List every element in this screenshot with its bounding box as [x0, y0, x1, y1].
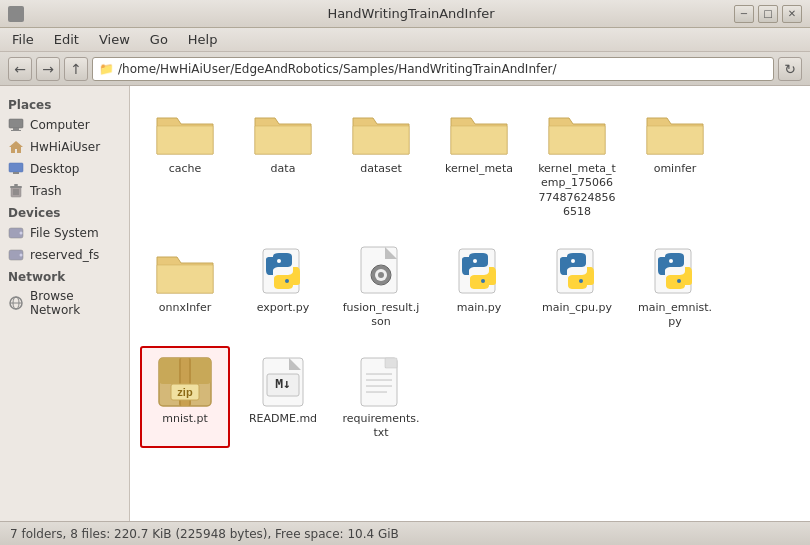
computer-icon [8, 117, 24, 133]
file-name-requirements-txt: requirements.txt [342, 412, 420, 441]
reload-button[interactable]: ↻ [778, 57, 802, 81]
menu-go[interactable]: Go [146, 31, 172, 48]
folder-icon-cache [153, 104, 217, 160]
svg-rect-4 [9, 163, 23, 172]
file-item-main-emnist-py[interactable]: main_emnist.py [630, 235, 720, 338]
zip-icon-mnist: zip [153, 354, 217, 410]
file-item-export-py[interactable]: export.py [238, 235, 328, 338]
menubar: File Edit View Go Help [0, 28, 810, 52]
maximize-button[interactable]: □ [758, 5, 778, 23]
file-name-cache: cache [169, 162, 202, 176]
trash-label: Trash [30, 184, 62, 198]
file-name-data: data [271, 162, 296, 176]
filesystem-icon [8, 225, 24, 241]
forward-button[interactable]: → [36, 57, 60, 81]
network-label: Browse Network [30, 289, 121, 317]
svg-point-35 [579, 279, 583, 283]
svg-point-32 [481, 279, 485, 283]
svg-rect-29 [387, 274, 391, 276]
svg-point-37 [669, 259, 673, 263]
app-icon [8, 6, 24, 22]
devices-section-title: Devices [0, 202, 129, 222]
minimize-button[interactable]: − [734, 5, 754, 23]
svg-point-34 [571, 259, 575, 263]
status-text: 7 folders, 8 files: 220.7 KiB (225948 by… [10, 527, 399, 541]
txt-icon-requirements [349, 354, 413, 410]
sidebar-item-filesystem[interactable]: File System [0, 222, 129, 244]
svg-text:M↓: M↓ [275, 376, 291, 391]
svg-point-15 [20, 254, 23, 257]
folder-icon-ominfer [643, 104, 707, 160]
file-item-dataset[interactable]: dataset [336, 96, 426, 227]
sidebar-item-desktop[interactable]: Desktop [0, 158, 129, 180]
file-item-data[interactable]: data [238, 96, 328, 227]
file-item-onnxinfer[interactable]: onnxInfer [140, 235, 230, 338]
address-icon: 📁 [99, 62, 114, 76]
file-name-kernel-meta: kernel_meta [445, 162, 513, 176]
svg-point-20 [277, 259, 281, 263]
file-area: cache data dataset kernel_meta [130, 86, 810, 521]
file-name-export-py: export.py [257, 301, 310, 315]
svg-rect-5 [13, 172, 19, 174]
folder-icon-data [251, 104, 315, 160]
trash-icon [8, 183, 24, 199]
svg-rect-7 [10, 186, 22, 188]
file-item-readme-md[interactable]: M↓ README.md [238, 346, 328, 449]
svg-rect-28 [371, 274, 375, 276]
svg-rect-26 [380, 265, 382, 269]
svg-point-25 [378, 272, 384, 278]
sidebar-item-network[interactable]: Browse Network [0, 286, 129, 320]
svg-rect-49 [385, 358, 397, 368]
file-item-kernel-meta[interactable]: kernel_meta [434, 96, 524, 227]
close-button[interactable]: ✕ [782, 5, 802, 23]
desktop-label: Desktop [30, 162, 80, 176]
python-icon-export [251, 243, 315, 299]
main-area: Places Computer HwHiAiUser Desktop Trash [0, 86, 810, 521]
svg-marker-3 [9, 141, 23, 153]
back-button[interactable]: ← [8, 57, 32, 81]
file-name-readme-md: README.md [249, 412, 317, 426]
menu-help[interactable]: Help [184, 31, 222, 48]
filesystem-label: File System [30, 226, 99, 240]
sidebar-item-computer[interactable]: Computer [0, 114, 129, 136]
toolbar: ← → ↑ 📁 /home/HwHiAiUser/EdgeAndRobotics… [0, 52, 810, 86]
file-item-main-cpu-py[interactable]: main_cpu.py [532, 235, 622, 338]
home-icon [8, 139, 24, 155]
address-bar[interactable]: 📁 /home/HwHiAiUser/EdgeAndRobotics/Sampl… [92, 57, 774, 81]
file-item-fusion-json[interactable]: fusion_result.json [336, 235, 426, 338]
file-name-kernel-meta-temp: kernel_meta_temp_17506677487624856 6518 [538, 162, 616, 219]
statusbar: 7 folders, 8 files: 220.7 KiB (225948 by… [0, 521, 810, 545]
file-item-requirements-txt[interactable]: requirements.txt [336, 346, 426, 449]
window-controls[interactable]: − □ ✕ [734, 5, 802, 23]
file-item-main-py[interactable]: main.py [434, 235, 524, 338]
file-name-mnist-pt: mnist.pt [162, 412, 208, 426]
file-item-cache[interactable]: cache [140, 96, 230, 227]
sidebar-item-home[interactable]: HwHiAiUser [0, 136, 129, 158]
folder-icon-kernel-meta [447, 104, 511, 160]
places-section-title: Places [0, 94, 129, 114]
menu-edit[interactable]: Edit [50, 31, 83, 48]
folder-icon-dataset [349, 104, 413, 160]
file-item-mnist-pt[interactable]: zip mnist.pt [140, 346, 230, 449]
up-button[interactable]: ↑ [64, 57, 88, 81]
menu-file[interactable]: File [8, 31, 38, 48]
file-name-onnxinfer: onnxInfer [159, 301, 212, 315]
reserved-icon [8, 247, 24, 263]
svg-rect-27 [380, 281, 382, 285]
svg-point-21 [285, 279, 289, 283]
network-section-title: Network [0, 266, 129, 286]
file-name-dataset: dataset [360, 162, 402, 176]
file-item-ominfer[interactable]: ominfer [630, 96, 720, 227]
svg-text:zip: zip [177, 386, 193, 398]
folder-icon-onnxinfer [153, 243, 217, 299]
svg-rect-2 [11, 130, 21, 131]
computer-label: Computer [30, 118, 90, 132]
folder-icon-kernel-meta-temp [545, 104, 609, 160]
svg-rect-8 [14, 184, 18, 186]
sidebar-item-reserved[interactable]: reserved_fs [0, 244, 129, 266]
file-name-main-cpu-py: main_cpu.py [542, 301, 612, 315]
menu-view[interactable]: View [95, 31, 134, 48]
file-item-kernel-meta-temp[interactable]: kernel_meta_temp_17506677487624856 6518 [532, 96, 622, 227]
python-icon-main-cpu [545, 243, 609, 299]
sidebar-item-trash[interactable]: Trash [0, 180, 129, 202]
